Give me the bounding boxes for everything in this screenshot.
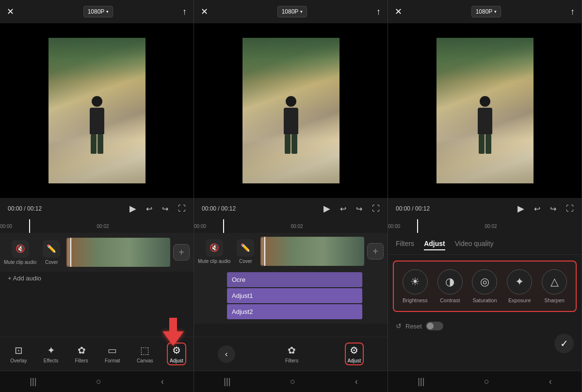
tool-canvas-1[interactable]: ⬚ Canvas bbox=[134, 343, 156, 365]
person-leg-left-2 bbox=[285, 134, 291, 154]
close-button-2[interactable]: ✕ bbox=[201, 7, 208, 16]
redo-button-3[interactable]: ↪ bbox=[550, 204, 556, 213]
timeline-area-2[interactable]: 00:00 00:02 bbox=[194, 219, 388, 233]
add-audio-row-1[interactable]: + Add audio bbox=[0, 272, 194, 285]
person-leg-right-2 bbox=[291, 134, 297, 154]
add-clip-button-1[interactable]: + bbox=[173, 244, 190, 261]
confirm-checkmark: ✓ bbox=[560, 338, 568, 349]
tool-brightness[interactable]: ☀ Brightness bbox=[403, 269, 428, 303]
mute-track-item-2[interactable]: 🔇 Mute clip audio bbox=[198, 239, 230, 264]
tool-filters-2[interactable]: ✿ Filters bbox=[282, 343, 301, 365]
tool-adjust-2[interactable]: ⚙ Adjust bbox=[345, 343, 364, 365]
filter-adjust1[interactable]: Adjust1 bbox=[227, 288, 362, 303]
undo-button-3[interactable]: ↩ bbox=[534, 204, 540, 213]
sharpen-label: Sharpen bbox=[544, 297, 565, 303]
nav-bar-2: ||| ○ ‹ bbox=[194, 371, 388, 392]
controls-icons-3: ▶ ↩ ↪ ⛶ bbox=[517, 203, 574, 214]
tab-adjust[interactable]: Adjust bbox=[424, 240, 445, 250]
video-clip-2[interactable] bbox=[260, 237, 364, 266]
person-leg-left-3 bbox=[479, 134, 485, 154]
tool-format-1[interactable]: ▭ Format bbox=[102, 343, 123, 365]
person-leg-right-1 bbox=[97, 134, 103, 154]
close-button-1[interactable]: ✕ bbox=[7, 7, 14, 16]
time-display-3: 00:00 / 00:12 bbox=[396, 205, 430, 212]
export-button-2[interactable]: ↑ bbox=[376, 7, 381, 17]
tool-adjust-1[interactable]: ⚙ Adjust bbox=[167, 343, 186, 365]
video-preview-1 bbox=[0, 23, 194, 198]
mute-track-item-1[interactable]: 🔇 Mute clip audio bbox=[4, 240, 36, 265]
filter-ocre-label: Ocre bbox=[232, 276, 245, 283]
add-audio-label-1: + Add audio bbox=[8, 275, 41, 282]
video-clip-1[interactable] bbox=[66, 238, 170, 267]
reset-toggle[interactable] bbox=[426, 322, 443, 330]
filter-adjust2[interactable]: Adjust2 bbox=[227, 304, 362, 319]
tool-contrast[interactable]: ◑ Contrast bbox=[437, 269, 463, 303]
filters-label-2: Filters bbox=[285, 358, 298, 363]
export-button-3[interactable]: ↑ bbox=[570, 7, 575, 17]
person-legs-2 bbox=[285, 134, 297, 154]
canvas-label-1: Canvas bbox=[137, 358, 153, 363]
tab-filters[interactable]: Filters bbox=[396, 240, 414, 250]
tool-overlay-1[interactable]: ⊡ Overlay bbox=[7, 343, 30, 365]
undo-button-1[interactable]: ↩ bbox=[146, 204, 152, 213]
redo-button-1[interactable]: ↪ bbox=[162, 204, 168, 213]
confirm-button[interactable]: ✓ bbox=[554, 334, 574, 353]
nav-back-icon-2[interactable]: ‹ bbox=[355, 376, 358, 387]
person-body-2 bbox=[284, 108, 298, 134]
redo-button-2[interactable]: ↪ bbox=[356, 204, 362, 213]
play-button-2[interactable]: ▶ bbox=[323, 203, 330, 214]
nav-home-icon-1[interactable]: ○ bbox=[96, 376, 101, 387]
tool-saturation[interactable]: ◎ Saturation bbox=[472, 269, 497, 303]
filter-ocre[interactable]: Ocre bbox=[227, 272, 362, 287]
cover-icon-wrap-2: ✏️ bbox=[237, 239, 254, 257]
cover-track-item-2[interactable]: ✏️ Cover bbox=[233, 239, 258, 264]
back-button-2[interactable]: ‹ bbox=[218, 345, 235, 363]
nav-home-icon-2[interactable]: ○ bbox=[290, 376, 295, 387]
resolution-button-1[interactable]: 1080P ▾ bbox=[83, 6, 113, 17]
nav-back-icon-3[interactable]: ‹ bbox=[549, 376, 552, 387]
tool-filters-1[interactable]: ✿ Filters bbox=[72, 343, 91, 365]
cover-track-item-1[interactable]: ✏️ Cover bbox=[39, 240, 64, 265]
resolution-button-2[interactable]: 1080P ▾ bbox=[277, 6, 307, 17]
controls-icons-1: ▶ ↩ ↪ ⛶ bbox=[129, 203, 186, 214]
nav-menu-icon-1[interactable]: ||| bbox=[30, 376, 36, 387]
add-clip-button-2[interactable]: + bbox=[367, 243, 384, 260]
tool-exposure[interactable]: ✦ Exposure bbox=[507, 269, 532, 303]
fullscreen-button-3[interactable]: ⛶ bbox=[566, 204, 574, 213]
tool-sharpen[interactable]: △ Sharpen bbox=[542, 269, 567, 303]
fullscreen-button-1[interactable]: ⛶ bbox=[178, 204, 186, 213]
nav-menu-icon-2[interactable]: ||| bbox=[224, 376, 230, 387]
nav-menu-icon-3[interactable]: ||| bbox=[418, 376, 424, 387]
close-button-3[interactable]: ✕ bbox=[395, 7, 402, 16]
track-area-2: 🔇 Mute clip audio ✏️ Cover + Ocre bbox=[194, 233, 388, 324]
nav-home-icon-3[interactable]: ○ bbox=[484, 376, 489, 387]
tab-video-quality[interactable]: Video quality bbox=[455, 240, 494, 250]
panel-1: ✕ 1080P ▾ ↑ 00:00 / 00:12 ▶ ↩ ↪ ⛶ bbox=[0, 0, 194, 392]
exposure-label: Exposure bbox=[508, 297, 531, 303]
resolution-button-3[interactable]: 1080P ▾ bbox=[471, 6, 501, 17]
person-body-1 bbox=[90, 108, 104, 134]
top-bar-2: ✕ 1080P ▾ ↑ bbox=[194, 0, 388, 23]
fullscreen-button-2[interactable]: ⛶ bbox=[372, 204, 380, 213]
play-button-3[interactable]: ▶ bbox=[517, 203, 524, 214]
panel-3: ✕ 1080P ▾ ↑ 00:00 / 00:12 ▶ ↩ ↪ ⛶ bbox=[388, 0, 582, 392]
tool-effects-1[interactable]: ✦ Effects bbox=[41, 343, 61, 365]
mute-icon-1: 🔇 bbox=[16, 244, 25, 253]
brightness-label: Brightness bbox=[403, 297, 428, 303]
add-clip-icon-2: + bbox=[372, 246, 378, 257]
nav-bar-3: ||| ○ ‹ bbox=[388, 371, 582, 392]
controls-bar-1: 00:00 / 00:12 ▶ ↩ ↪ ⛶ bbox=[0, 198, 194, 219]
filter-list-2: Ocre Adjust1 Adjust2 bbox=[227, 272, 362, 320]
top-bar-1: ✕ 1080P ▾ ↑ bbox=[0, 0, 194, 23]
video-thumbnail-1 bbox=[48, 38, 146, 183]
add-clip-icon-1: + bbox=[178, 247, 184, 258]
export-button-1[interactable]: ↑ bbox=[182, 7, 187, 17]
format-icon-1: ▭ bbox=[108, 344, 117, 356]
adjust-icon-2: ⚙ bbox=[350, 344, 358, 356]
video-preview-3 bbox=[388, 23, 582, 198]
nav-back-icon-1[interactable]: ‹ bbox=[161, 376, 164, 387]
timeline-area-3[interactable]: 00:00 00:02 bbox=[388, 219, 582, 233]
timeline-area-1[interactable]: 00:00 00:02 bbox=[0, 219, 194, 233]
undo-button-2[interactable]: ↩ bbox=[340, 204, 346, 213]
play-button-1[interactable]: ▶ bbox=[129, 203, 136, 214]
